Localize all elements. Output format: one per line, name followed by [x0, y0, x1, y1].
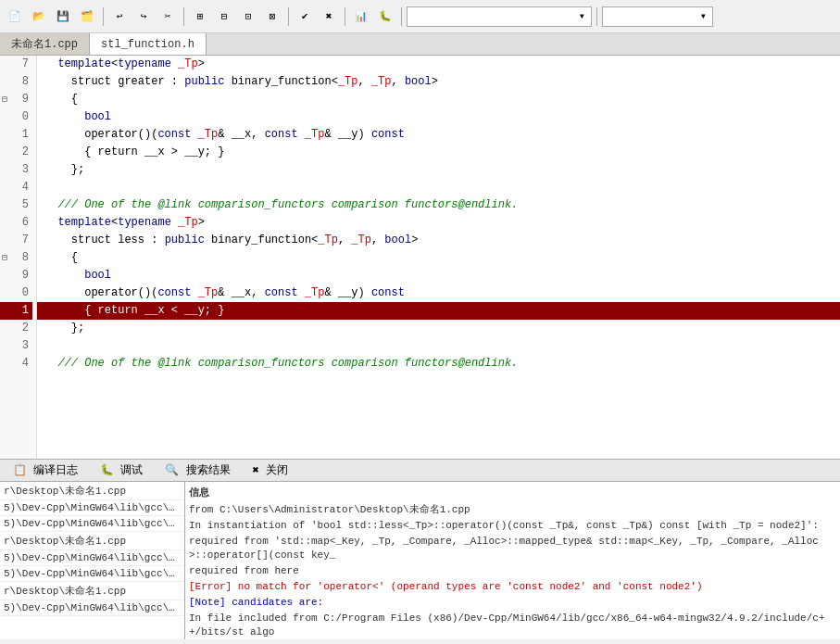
code-line[interactable]: { — [37, 91, 840, 108]
bottom-content: r\Desktop\未命名1.cpp5)\Dev-Cpp\MinGW64\lib… — [0, 482, 840, 639]
bottom-left-row[interactable]: 5)\Dev-Cpp\MinGW64\lib\gcc\x8... — [0, 566, 184, 582]
tab-search-results[interactable]: 🔍 搜索结果 — [156, 461, 239, 480]
line-number: 9 — [0, 91, 32, 108]
info-row: [Note] candidates are: — [189, 596, 836, 610]
line-number: 7 — [0, 56, 32, 73]
code-line[interactable]: operator()(const _Tp& __x, const _Tp& __… — [37, 284, 840, 302]
bottom-right-panel: 信息 from C:\Users\Administrator\Desktop\未… — [185, 482, 840, 639]
bug-button[interactable]: 🐛 — [374, 6, 396, 28]
bottom-left-row[interactable]: 5)\Dev-Cpp\MinGW64\lib\gcc\x86_... — [0, 550, 184, 566]
line-number: 0 — [0, 284, 32, 302]
code-line[interactable]: template<typename _Tp> — [37, 214, 840, 232]
close-button[interactable]: ✖ — [318, 6, 340, 28]
tabs: 未命名1.cpp stl_function.h — [0, 33, 840, 56]
code-line[interactable]: operator()(const _Tp& __x, const _Tp& __… — [37, 126, 840, 144]
line-number: 0 — [0, 108, 32, 126]
bottom-left-row[interactable]: r\Desktop\未命名1.cpp — [0, 532, 184, 550]
code-line[interactable]: { return __x < __y; } — [37, 302, 840, 320]
bottom-left-row[interactable]: 5)\Dev-Cpp\MinGW64\lib\gcc\x8... — [0, 600, 184, 616]
info-row: In instantiation of 'bool std::less<_Tp>… — [189, 519, 836, 533]
info-row: required from 'std::map<_Key, _Tp, _Comp… — [189, 535, 836, 562]
line-number: 2 — [0, 144, 32, 161]
save-all-button[interactable]: 🗂️ — [76, 6, 98, 28]
tab-debug[interactable]: 🐛 调试 — [91, 461, 152, 480]
bottom-left-row[interactable]: 5)\Dev-Cpp\MinGW64\lib\gcc\x8... — [0, 500, 184, 516]
line-number: 3 — [0, 337, 32, 355]
info-row: required from here — [189, 564, 836, 578]
bottom-panel: 📋 编译日志 🐛 调试 🔍 搜索结果 ✖ 关闭 r\Desktop\未命名1.c… — [0, 459, 840, 639]
line-number: 9 — [0, 267, 32, 284]
info-header: 信息 — [189, 486, 836, 499]
code-line[interactable]: struct less : public binary_function<_Tp… — [37, 232, 840, 249]
chart-button[interactable]: 📊 — [350, 6, 372, 28]
info-row: from C:\Users\Administrator\Desktop\未命名1… — [189, 503, 836, 517]
check-button[interactable]: ✔ — [294, 6, 316, 28]
open-button[interactable]: 📂 — [28, 6, 50, 28]
line-number: 7 — [0, 232, 32, 249]
code-line[interactable]: /// One of the @link comparison_functors… — [37, 355, 840, 373]
bottom-left-row[interactable]: 5)\Dev-Cpp\MinGW64\lib\gcc\x86_... — [0, 516, 184, 532]
tab-compile-log[interactable]: 📋 编译日志 — [4, 461, 87, 480]
tab-main-cpp[interactable]: 未命名1.cpp — [0, 33, 90, 55]
sep5 — [401, 7, 402, 26]
code-line[interactable] — [37, 337, 840, 355]
code-line[interactable]: { — [37, 249, 840, 267]
compiler-dropdown[interactable]: ▾ — [407, 6, 592, 27]
bottom-left-row[interactable]: r\Desktop\未命名1.cpp — [0, 482, 184, 500]
tab-stl-function[interactable]: stl_function.h — [90, 33, 207, 55]
tab-close[interactable]: ✖ 关闭 — [244, 461, 297, 480]
sep2 — [183, 7, 184, 26]
editor: 789012345678901234 template<typename _Tp… — [0, 56, 840, 459]
sep1 — [103, 7, 104, 26]
bottom-left-panel: r\Desktop\未命名1.cpp5)\Dev-Cpp\MinGW64\lib… — [0, 482, 185, 639]
second-dropdown-label — [608, 10, 615, 23]
grid1-button[interactable]: ⊞ — [189, 6, 211, 28]
save-button[interactable]: 💾 — [52, 6, 74, 28]
code-line[interactable]: bool — [37, 267, 840, 284]
code-line[interactable]: /// One of the @link comparison_functors… — [37, 196, 840, 214]
code-line[interactable]: template<typename _Tp> — [37, 56, 840, 73]
line-number: 5 — [0, 196, 32, 214]
code-line[interactable]: }; — [37, 320, 840, 337]
code-line[interactable]: bool — [37, 108, 840, 126]
line-number: 2 — [0, 320, 32, 337]
code-line[interactable]: struct greater : public binary_function<… — [37, 73, 840, 91]
line-number: 8 — [0, 249, 32, 267]
grid3-button[interactable]: ⊡ — [237, 6, 259, 28]
line-number: 4 — [0, 179, 32, 196]
new-button[interactable]: 📄 — [4, 6, 26, 28]
bottom-tabs: 📋 编译日志 🐛 调试 🔍 搜索结果 ✖ 关闭 — [0, 460, 840, 482]
code-line[interactable]: { return __x > __y; } — [37, 144, 840, 161]
line-number: 4 — [0, 355, 32, 373]
line-number: 3 — [0, 161, 32, 179]
info-row: In file included from C:/Program Files (… — [189, 612, 836, 639]
redo-button[interactable]: ↪ — [132, 6, 155, 28]
line-number: 1 — [0, 126, 32, 144]
sep3 — [288, 7, 289, 26]
line-number: 1 — [0, 302, 32, 320]
grid2-button[interactable]: ⊟ — [213, 6, 235, 28]
second-dropdown[interactable]: ▾ — [602, 6, 713, 27]
line-number: 8 — [0, 73, 32, 91]
cut-button[interactable]: ✂ — [157, 6, 179, 28]
sep6 — [596, 7, 597, 26]
code-area[interactable]: template<typename _Tp> struct greater : … — [37, 56, 840, 459]
bottom-left-row[interactable]: r\Desktop\未命名1.cpp — [0, 582, 184, 600]
code-line[interactable]: }; — [37, 161, 840, 179]
line-numbers: 789012345678901234 — [0, 56, 37, 459]
info-row: [Error] no match for 'operator<' (operan… — [189, 580, 836, 594]
toolbar: 📄 📂 💾 🗂️ ↩ ↪ ✂ ⊞ ⊟ ⊡ ⊠ ✔ ✖ 📊 🐛 ▾ ▾ — [0, 0, 840, 33]
code-line[interactable] — [37, 179, 840, 196]
sep4 — [345, 7, 345, 26]
undo-button[interactable]: ↩ — [108, 6, 131, 28]
grid4-button[interactable]: ⊠ — [261, 6, 283, 28]
line-number: 6 — [0, 214, 32, 232]
